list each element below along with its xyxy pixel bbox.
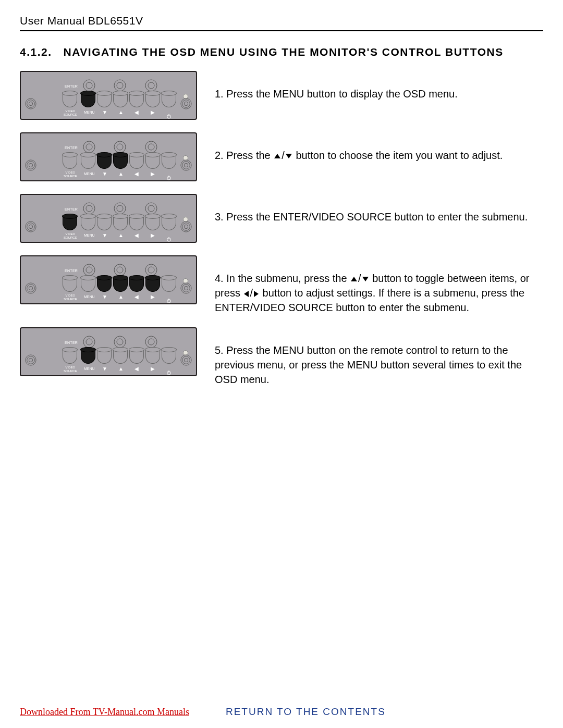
svg-point-20 [182,162,190,169]
right-button [145,349,160,364]
arrow-symbol: ▲ [118,295,124,299]
down-button [97,216,112,230]
svg-point-9 [86,82,92,89]
arrow-right-icon [254,291,259,297]
right-button [145,93,160,107]
down-button [97,277,112,292]
dial-icon [114,202,126,215]
svg-point-8 [83,80,95,91]
svg-point-23 [86,144,92,150]
left-button [129,349,144,364]
down-button [97,349,112,364]
left-button [129,216,144,230]
svg-point-22 [83,141,95,153]
video-source-label: VIDEOSOURCE [64,109,77,117]
section-heading: 4.1.2. NAVIGATING THE OSD MENU USING THE… [20,46,543,58]
arrow-symbol: ▲ [118,233,124,238]
arrow-symbol: ▲ [118,172,124,176]
menu-button [81,93,95,107]
menu-button [81,277,95,292]
svg-point-31 [27,223,35,231]
dial-icon [145,79,157,92]
menu-label: MENU [84,110,95,114]
button-name-strong: MENU [273,344,304,356]
screw-icon [25,282,36,294]
svg-point-21 [184,163,188,167]
control-panel-diagram: ENTERVIDEOSOURCEMENU▼▲◀▶ [20,132,197,181]
dial-icon [83,336,95,348]
step-text: 4. In the submenu, press the / button to… [215,255,543,315]
svg-point-65 [86,339,92,345]
svg-point-68 [145,336,157,348]
svg-point-32 [29,225,32,228]
power-icon [166,232,172,244]
return-to-contents-link[interactable]: RETURN TO THE CONTENTS [226,706,386,718]
screw-icon [180,282,192,294]
svg-point-34 [182,223,190,231]
screw-icon [25,159,36,171]
svg-point-41 [148,205,154,212]
arrow-symbol: ▶ [151,233,155,238]
arrow-up-icon [274,154,280,158]
control-panel-diagram: ENTERVIDEOSOURCEMENU▼▲◀▶ [20,194,197,243]
power-icon [166,366,172,378]
svg-point-12 [145,80,157,91]
panel-diagram-wrap: ENTERVIDEOSOURCEMENU▼▲◀▶ [20,327,197,376]
svg-point-25 [117,144,123,150]
control-panel-diagram: ENTERVIDEOSOURCEMENU▼▲◀▶ [20,71,197,120]
arrow-symbol: ▼ [102,172,107,176]
page-footer: Downloaded From TV-Manual.com Manuals RE… [0,706,563,718]
menu-button [81,154,95,169]
enter-video-source-button [63,154,77,169]
up-button [113,349,128,364]
svg-point-7 [184,102,188,105]
arrow-symbol: ▼ [102,367,107,371]
enter-label: ENTER [65,84,78,88]
up-button [113,93,128,107]
power-icon [166,171,172,183]
svg-point-24 [114,141,126,153]
arrow-symbol: ▶ [151,295,155,299]
up-button [113,154,128,169]
left-button [129,154,144,169]
download-source-link[interactable]: Downloaded From TV-Manual.com Manuals [20,707,189,718]
dial-icon [114,79,126,92]
arrow-symbol: ▲ [118,367,124,371]
button-name-strong: ENTER/VIDEO SOURCE [273,211,391,223]
svg-point-63 [184,358,188,362]
panel-diagram-wrap: ENTERVIDEOSOURCEMENU▼▲◀▶ [20,132,197,181]
arrow-symbol: ▼ [102,233,107,238]
doc-title: User Manual BDL6551V [20,15,143,27]
enter-video-source-button [63,93,77,107]
svg-point-69 [148,339,154,345]
arrow-symbol: ◀ [134,233,139,238]
enter-label: ENTER [65,269,78,273]
arrow-symbol: ◀ [134,367,139,371]
screw-icon [25,221,36,232]
svg-point-50 [83,264,95,276]
menu-button [81,349,95,364]
svg-point-48 [182,285,190,292]
dial-icon [114,141,126,153]
arrow-symbol: ◀ [134,295,139,299]
svg-point-51 [86,267,92,273]
video-source-label: VIDEOSOURCE [64,232,77,240]
right-button [145,154,160,169]
control-panel-diagram: ENTERVIDEOSOURCEMENU▼▲◀▶ [20,327,197,376]
panel-diagram-wrap: ENTERVIDEOSOURCEMENU▼▲◀▶ [20,255,197,304]
left-button [129,277,144,292]
dial-icon [83,141,95,153]
menu-button [81,216,95,230]
dial-icon [83,79,95,92]
svg-point-62 [182,356,190,364]
dial-icon [145,141,157,153]
enter-video-source-button [63,349,77,364]
power-button [162,349,176,364]
step-row: ENTERVIDEOSOURCEMENU▼▲◀▶3. Press the ENT… [20,194,543,243]
svg-point-13 [148,82,154,89]
dial-icon [83,264,95,276]
svg-point-67 [117,339,123,345]
svg-point-45 [27,285,35,292]
enter-label: ENTER [65,146,78,150]
right-button [145,216,160,230]
